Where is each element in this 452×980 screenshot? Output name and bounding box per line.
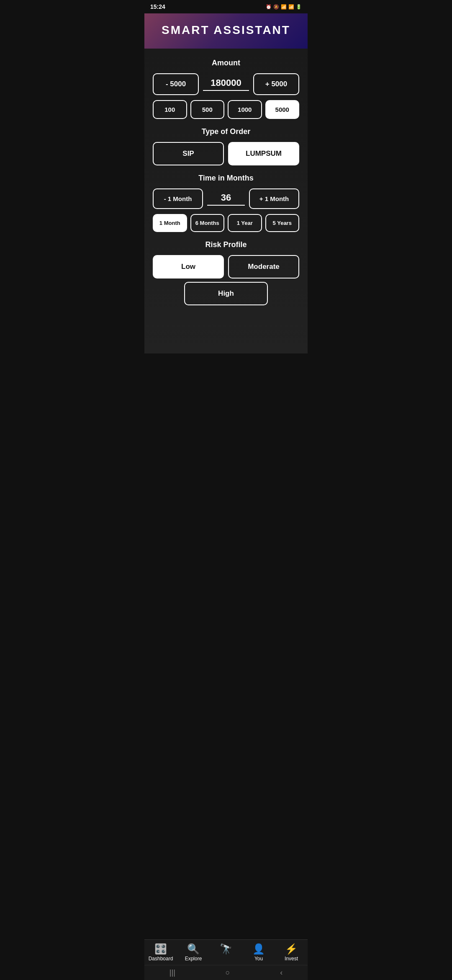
- amount-value: 180000: [203, 77, 249, 91]
- risk-profile-label: Risk Profile: [153, 240, 299, 249]
- quick-amount-buttons: 100 500 1000 5000: [153, 100, 299, 119]
- amount-label: Amount: [153, 59, 299, 67]
- wifi-icon: 📶: [281, 4, 287, 10]
- decrease-amount-button[interactable]: - 5000: [153, 73, 199, 95]
- preset-5years[interactable]: 5 Years: [265, 214, 300, 232]
- risk-buttons: Low Moderate: [153, 255, 299, 279]
- preset-1month[interactable]: 1 Month: [153, 214, 187, 232]
- amount-controls: - 5000 180000 + 5000: [153, 73, 299, 95]
- order-type-buttons: SIP LUMPSUM: [153, 142, 299, 165]
- main-content: Amount - 5000 180000 + 5000 100 500 1000…: [144, 49, 308, 353]
- preset-1year[interactable]: 1 Year: [228, 214, 262, 232]
- preset-6months[interactable]: 6 Months: [190, 214, 225, 232]
- battery-icon: 🔋: [296, 4, 302, 10]
- order-type-label: Type of Order: [153, 127, 299, 136]
- sip-button[interactable]: SIP: [153, 142, 224, 165]
- status-time: 15:24: [150, 3, 165, 10]
- page-title: SMART ASSISTANT: [153, 23, 299, 37]
- increase-time-button[interactable]: + 1 Month: [249, 188, 299, 209]
- time-value: 36: [207, 192, 245, 206]
- quick-amount-1000[interactable]: 1000: [228, 100, 262, 119]
- status-bar: 15:24 ⏰ 🔕 📶 📶 🔋: [144, 0, 308, 13]
- time-label: Time in Months: [153, 174, 299, 183]
- time-section: Time in Months - 1 Month 36 + 1 Month 1 …: [153, 174, 299, 232]
- quick-amount-5000[interactable]: 5000: [265, 100, 300, 119]
- header: SMART ASSISTANT: [144, 13, 308, 49]
- risk-profile-section: Risk Profile Low Moderate High: [153, 240, 299, 305]
- decrease-time-button[interactable]: - 1 Month: [153, 188, 203, 209]
- risk-high-button[interactable]: High: [184, 282, 268, 305]
- time-controls: - 1 Month 36 + 1 Month: [153, 188, 299, 209]
- alarm-icon: ⏰: [266, 4, 272, 10]
- risk-low-button[interactable]: Low: [153, 255, 224, 279]
- status-icons: ⏰ 🔕 📶 📶 🔋: [266, 4, 302, 10]
- signal-icon: 📶: [288, 4, 294, 10]
- lumpsum-button[interactable]: LUMPSUM: [228, 142, 299, 165]
- increase-amount-button[interactable]: + 5000: [253, 73, 299, 95]
- amount-section: Amount - 5000 180000 + 5000 100 500 1000…: [153, 59, 299, 119]
- mute-icon: 🔕: [273, 4, 279, 10]
- risk-moderate-button[interactable]: Moderate: [228, 255, 299, 279]
- risk-high-row: High: [153, 282, 299, 305]
- time-preset-buttons: 1 Month 6 Months 1 Year 5 Years: [153, 214, 299, 232]
- quick-amount-100[interactable]: 100: [153, 100, 187, 119]
- order-type-section: Type of Order SIP LUMPSUM: [153, 127, 299, 165]
- quick-amount-500[interactable]: 500: [190, 100, 225, 119]
